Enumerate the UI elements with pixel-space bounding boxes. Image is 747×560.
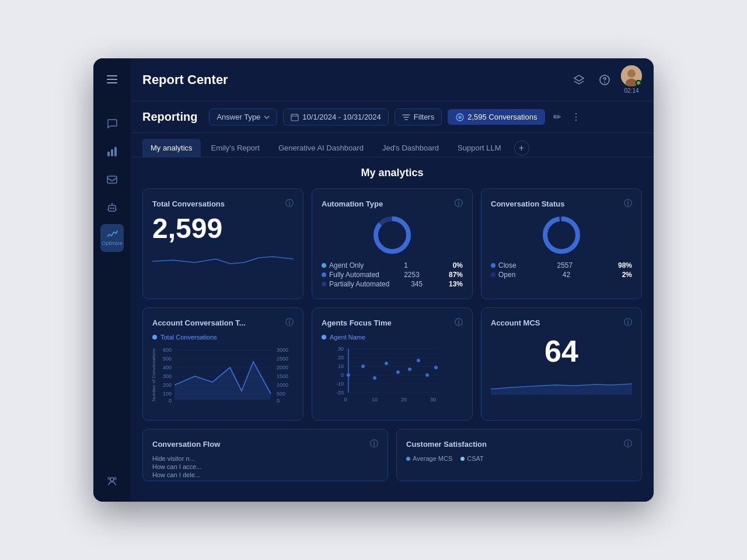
account-trend-legend: Total Conversations xyxy=(160,334,217,341)
conversation-flow-card: Conversation Flow ⓘ Hide visitor n... Ho… xyxy=(142,429,388,481)
total-conversations-title: Total Conversations xyxy=(152,200,225,208)
conversation-status-info-icon[interactable]: ⓘ xyxy=(624,198,632,209)
menu-icon[interactable] xyxy=(100,68,124,91)
tabs-bar: My analytics Emily's Report Generative A… xyxy=(131,133,654,158)
account-mcs-card: Account MCS ⓘ 64 xyxy=(481,307,642,421)
cards-row-1: Total Conversations ⓘ 2,599 Automation T… xyxy=(142,188,642,299)
svg-text:300: 300 xyxy=(163,373,172,379)
date-range-picker[interactable]: 10/1/2024 - 10/31/2024 xyxy=(283,108,388,125)
total-conversations-sparkline xyxy=(152,250,294,267)
topbar: Report Center xyxy=(131,58,654,102)
svg-point-9 xyxy=(113,208,114,209)
svg-rect-6 xyxy=(107,176,117,183)
account-trend-chart: 600 500 400 300 200 100 0 3000 2500 2000… xyxy=(159,344,301,408)
help-icon-btn[interactable] xyxy=(595,71,614,89)
conversation-status-card: Conversation Status ⓘ Close 2557 xyxy=(481,188,642,299)
tab-generative-ai-dashboard[interactable]: Generative AI Dashboard xyxy=(270,139,372,157)
svg-point-10 xyxy=(111,203,113,204)
sidebar: Optimize xyxy=(93,58,131,502)
tab-jeds-dashboard[interactable]: Jed's Dashboard xyxy=(374,139,447,157)
svg-text:500: 500 xyxy=(277,391,285,397)
conversation-flow-title: Conversation Flow xyxy=(152,440,220,449)
svg-point-73 xyxy=(408,368,411,371)
svg-point-28 xyxy=(545,219,578,251)
automation-type-info-icon[interactable]: ⓘ xyxy=(455,198,463,209)
automation-type-donut: Agent Only 1 0% Fully Automated 2253 87%… xyxy=(322,215,463,289)
svg-text:400: 400 xyxy=(163,365,172,370)
svg-text:0: 0 xyxy=(277,398,280,404)
svg-point-71 xyxy=(385,362,388,365)
svg-text:2500: 2500 xyxy=(277,356,288,362)
svg-text:10: 10 xyxy=(372,397,378,402)
conversation-status-donut: Close 2557 98% Open 42 2% xyxy=(491,215,632,280)
account-mcs-sparkline xyxy=(491,374,632,395)
conversation-flow-info-icon[interactable]: ⓘ xyxy=(370,439,378,449)
tab-emilys-report[interactable]: Emily's Report xyxy=(203,139,268,157)
chat-icon[interactable] xyxy=(100,112,124,135)
filters-button[interactable]: Filters xyxy=(395,108,442,125)
svg-point-69 xyxy=(361,365,365,368)
svg-rect-2 xyxy=(107,82,117,83)
topbar-actions: 02:14 xyxy=(570,65,642,94)
svg-point-76 xyxy=(434,366,438,369)
customer-satisfaction-card: Customer Satisfaction ⓘ Average MCS CSAT xyxy=(396,429,642,481)
cards-row-2: Account Conversation T... ⓘ Total Conver… xyxy=(142,307,642,421)
tab-support-llm[interactable]: Support LLM xyxy=(449,139,509,157)
svg-text:200: 200 xyxy=(163,382,172,388)
svg-rect-3 xyxy=(107,152,110,156)
svg-point-70 xyxy=(373,376,376,380)
queue-icon[interactable] xyxy=(100,469,124,492)
automation-type-card: Automation Type ⓘ xyxy=(312,188,473,299)
agents-focus-legend: Agent Name xyxy=(330,334,365,341)
svg-point-75 xyxy=(425,373,429,377)
more-options-button[interactable]: ⋮ xyxy=(569,109,583,125)
svg-rect-11 xyxy=(106,237,118,239)
svg-point-13 xyxy=(114,477,116,480)
dashboard-title: My analytics xyxy=(142,167,642,179)
close-legend: Close 2557 98% xyxy=(491,261,632,270)
svg-text:0: 0 xyxy=(169,398,172,404)
edit-button[interactable]: ✏ xyxy=(551,109,563,125)
svg-text:500: 500 xyxy=(163,356,172,362)
total-conversations-card: Total Conversations ⓘ 2,599 xyxy=(142,188,303,299)
svg-text:0: 0 xyxy=(341,372,344,378)
avatar[interactable] xyxy=(621,65,642,86)
svg-point-68 xyxy=(347,373,350,377)
tab-my-analytics[interactable]: My analytics xyxy=(142,139,201,157)
account-trend-info-icon[interactable]: ⓘ xyxy=(285,317,294,328)
agents-focus-title: Agents Focus Time xyxy=(322,318,392,327)
partially-automated-legend: Partially Automated 345 13% xyxy=(322,280,463,288)
conversations-badge-button[interactable]: 2,595 Conversations xyxy=(448,109,545,125)
layers-icon-btn[interactable] xyxy=(570,71,588,89)
svg-rect-5 xyxy=(114,147,117,156)
svg-point-74 xyxy=(417,359,420,362)
svg-text:100: 100 xyxy=(163,391,172,397)
online-status-badge xyxy=(636,80,641,86)
agent-only-legend: Agent Only 1 0% xyxy=(322,261,463,270)
reporting-header: Reporting Answer Type 10/1/2024 - 10/31/… xyxy=(131,102,654,133)
main-content: Report Center xyxy=(131,58,654,502)
chart-icon[interactable] xyxy=(100,140,124,163)
agents-focus-chart: 30 20 10 0 -10 -20 0 10 20 30 xyxy=(322,343,463,404)
svg-text:20: 20 xyxy=(338,355,344,360)
customer-satisfaction-info-icon[interactable]: ⓘ xyxy=(624,439,632,449)
svg-point-8 xyxy=(110,208,112,209)
dashboard: My analytics Total Conversations ⓘ 2,599 xyxy=(131,158,654,502)
svg-point-16 xyxy=(604,82,605,83)
messages-icon[interactable] xyxy=(100,168,124,191)
svg-text:10: 10 xyxy=(338,363,344,369)
optimize-icon[interactable]: Optimize xyxy=(100,224,124,252)
add-tab-button[interactable]: + xyxy=(514,141,529,156)
total-conversations-info-icon[interactable]: ⓘ xyxy=(285,198,294,209)
svg-point-18 xyxy=(627,69,636,78)
svg-text:1500: 1500 xyxy=(277,373,288,379)
answer-type-dropdown[interactable]: Answer Type xyxy=(209,108,277,125)
robot-icon[interactable] xyxy=(100,196,124,219)
svg-rect-20 xyxy=(291,114,298,121)
agents-focus-info-icon[interactable]: ⓘ xyxy=(455,317,463,328)
svg-text:-10: -10 xyxy=(336,381,344,387)
customer-satisfaction-title: Customer Satisfaction xyxy=(406,440,487,449)
account-mcs-info-icon[interactable]: ⓘ xyxy=(624,317,632,328)
svg-text:2000: 2000 xyxy=(277,365,288,370)
svg-text:0: 0 xyxy=(344,397,347,402)
